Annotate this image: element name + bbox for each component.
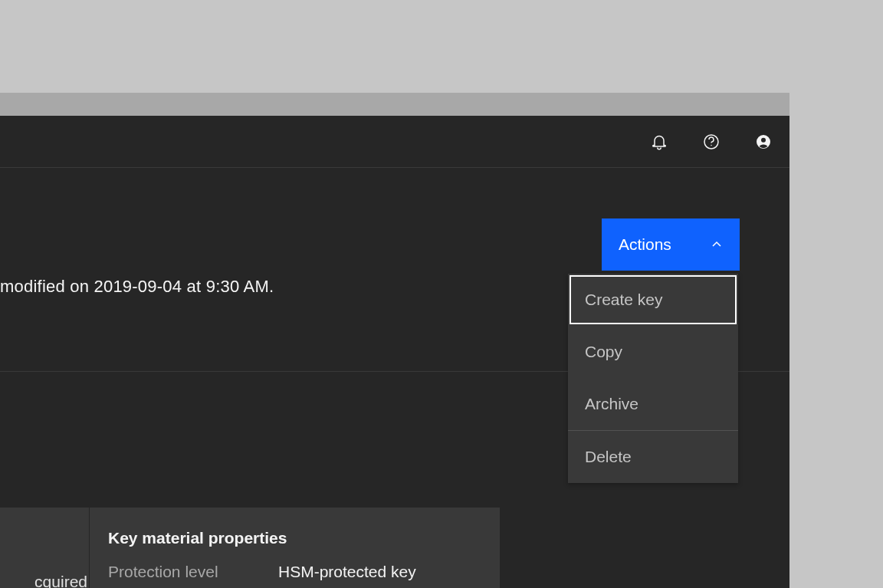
card-title: Key material properties — [108, 529, 481, 547]
menu-item-archive[interactable]: Archive — [568, 378, 738, 430]
last-modified-text: modified on 2019-09-04 at 9:30 AM. — [0, 277, 274, 297]
content-row: cquired n copr. Key material properties … — [0, 508, 500, 588]
menu-item-create-key[interactable]: Create key — [568, 274, 738, 326]
menu-item-label: Archive — [585, 395, 638, 413]
actions-dropdown-menu: Create key Copy Archive Delete — [568, 274, 738, 483]
menu-item-label: Delete — [585, 448, 632, 466]
window-titlebar — [0, 93, 789, 116]
actions-label: Actions — [619, 235, 671, 254]
svg-point-1 — [711, 144, 712, 146]
text-fragment: cquired — [0, 567, 89, 588]
menu-item-label: Create key — [585, 291, 663, 309]
property-label: Protection level — [108, 563, 278, 581]
notification-icon[interactable] — [641, 123, 678, 160]
menu-item-copy[interactable]: Copy — [568, 326, 738, 378]
menu-item-delete[interactable]: Delete — [568, 431, 738, 483]
account-icon[interactable] — [745, 123, 782, 160]
help-icon[interactable] — [693, 123, 730, 160]
global-header — [0, 116, 789, 168]
left-partial-card: cquired n copr. — [0, 508, 89, 588]
property-value: HSM-protected key — [278, 563, 416, 581]
chevron-up-icon — [711, 238, 723, 251]
app-frame: modified on 2019-09-04 at 9:30 AM. Actio… — [0, 93, 789, 588]
key-material-card: Key material properties Protection level… — [90, 508, 500, 588]
actions-dropdown-button[interactable]: Actions — [602, 218, 740, 271]
page-meta-region: modified on 2019-09-04 at 9:30 AM. Actio… — [0, 168, 789, 372]
property-row: Protection level HSM-protected key — [108, 563, 481, 581]
menu-item-label: Copy — [585, 343, 622, 361]
